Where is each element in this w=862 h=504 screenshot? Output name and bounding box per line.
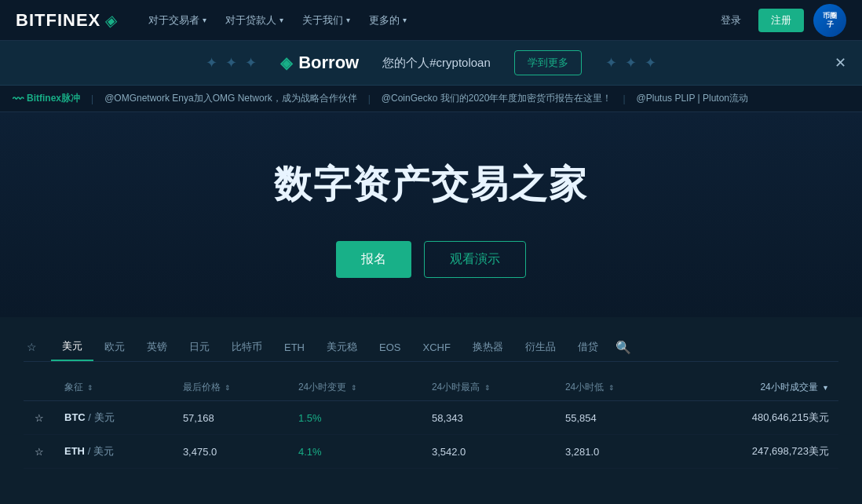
plus-icon: ✦ — [245, 54, 257, 71]
market-tabs: ☆ 美元 欧元 英镑 日元 比特币 ETH 美元稳 EOS XCHF 换热器 — [24, 333, 838, 362]
tab-derivatives[interactable]: 衍生品 — [514, 334, 567, 360]
col-symbol[interactable]: 象征 ⇕ — [55, 374, 173, 401]
row-volume-eth: 247,698,723美元 — [673, 435, 838, 469]
banner-decoration-left: ✦ ✦ ✦ — [206, 54, 257, 71]
chevron-down-icon: ▾ — [403, 16, 407, 24]
tab-eos[interactable]: EOS — [368, 335, 411, 360]
ticker-item-2: @Plutus PLIP | Pluton流动 — [637, 92, 748, 105]
watermark-text: 币圈子 — [820, 12, 840, 29]
pulse-wave-icon: 〰 — [13, 93, 24, 105]
tab-lending[interactable]: 借贷 — [567, 334, 609, 360]
ticker-pulse: 〰 Bitfinex脉冲 — [13, 92, 80, 105]
tab-btc[interactable]: 比特币 — [221, 334, 273, 360]
change-value: 4.1% — [298, 446, 322, 458]
tab-eth[interactable]: ETH — [273, 335, 316, 360]
col-high-label: 24小时最高 — [432, 382, 480, 393]
sort-icon: ▼ — [822, 384, 829, 392]
tab-eur[interactable]: 欧元 — [93, 334, 136, 360]
row-star-eth[interactable]: ☆ — [24, 435, 55, 469]
col-volume-label: 24小时成交量 — [760, 382, 817, 393]
col-change[interactable]: 24小时变更 ⇕ — [289, 374, 422, 401]
tab-favorites[interactable]: ☆ — [24, 334, 48, 360]
tab-btc-label: 比特币 — [232, 340, 262, 354]
col-price[interactable]: 最后价格 ⇕ — [173, 374, 289, 401]
star-icon: ☆ — [27, 341, 37, 353]
tab-gbp[interactable]: 英镑 — [136, 334, 178, 360]
slash: / — [88, 445, 91, 457]
market-section: ☆ 美元 欧元 英镑 日元 比特币 ETH 美元稳 EOS XCHF 换热器 — [0, 317, 862, 484]
borrow-label-group: ◈ Borrow — [280, 53, 359, 73]
nav-about-label: 关于我们 — [302, 13, 343, 27]
sort-icon: ⇕ — [484, 384, 491, 392]
tab-xchf[interactable]: XCHF — [411, 335, 461, 360]
row-low-eth: 3,281.0 — [556, 435, 673, 469]
row-symbol-btc[interactable]: BTC / 美元 — [55, 401, 173, 435]
tab-derivatives-label: 衍生品 — [525, 340, 556, 354]
col-price-label: 最后价格 — [183, 382, 221, 393]
tab-gbp-label: 英镑 — [147, 340, 167, 354]
tab-usd[interactable]: 美元 — [51, 333, 93, 361]
tab-usd-stable-label: 美元稳 — [327, 340, 357, 354]
plus-icon: ✦ — [645, 54, 656, 71]
plus-icon: ✦ — [225, 54, 237, 71]
col-change-label: 24小时变更 — [298, 382, 346, 393]
nav-item-about[interactable]: 关于我们 ▾ — [294, 9, 358, 32]
close-button[interactable]: ✕ — [835, 54, 846, 71]
chevron-down-icon: ▾ — [279, 16, 283, 24]
search-icon[interactable]: 🔍 — [615, 340, 631, 355]
row-symbol-eth[interactable]: ETH / 美元 — [55, 435, 173, 469]
sort-icon: ⇕ — [225, 384, 231, 392]
chevron-down-icon: ▾ — [203, 16, 206, 24]
col-low[interactable]: 24小时低 ⇕ — [556, 374, 673, 401]
learn-more-button[interactable]: 学到更多 — [514, 50, 582, 75]
tab-eur-label: 欧元 — [104, 340, 125, 354]
nav-lenders-label: 对于贷款人 — [225, 13, 276, 27]
logo[interactable]: BITFINEX ◈ — [16, 10, 117, 31]
hero-section: 数字资产交易之家 报名 观看演示 — [0, 112, 862, 317]
tab-eth-label: ETH — [284, 341, 305, 353]
row-price-eth: 3,475.0 — [173, 435, 289, 469]
col-high[interactable]: 24小时最高 ⇕ — [422, 374, 556, 401]
row-low-btc: 55,854 — [556, 401, 673, 435]
banner-tagline: 您的个人#cryptoloan — [382, 56, 491, 71]
col-star — [24, 374, 55, 401]
row-price-btc: 57,168 — [173, 401, 289, 435]
row-volume-btc: 480,646,215美元 — [673, 401, 838, 435]
tab-exchange[interactable]: 换热器 — [462, 334, 514, 360]
star-icon: ☆ — [35, 446, 44, 458]
nav-item-lenders[interactable]: 对于贷款人 ▾ — [217, 9, 291, 32]
watermark-badge: 币圈子 — [813, 4, 846, 37]
ticker-item-1: @CoinGecko 我们的2020年年度加密货币报告在这里！ — [382, 92, 612, 105]
market-table: 象征 ⇕ 最后价格 ⇕ 24小时变更 ⇕ 24小时最高 ⇕ 24小时低 ⇕ — [24, 374, 838, 469]
pulse-label: Bitfinex脉冲 — [27, 92, 80, 105]
sort-icon: ⇕ — [87, 384, 93, 392]
tab-lending-label: 借贷 — [578, 340, 598, 354]
tab-usd-stable[interactable]: 美元稳 — [316, 334, 368, 360]
demo-button[interactable]: 观看演示 — [424, 241, 526, 278]
symbol-label: ETH — [64, 445, 85, 457]
col-symbol-label: 象征 — [64, 382, 83, 393]
quote-label: 美元 — [93, 445, 114, 457]
login-button[interactable]: 登录 — [713, 9, 749, 32]
plus-icon: ✦ — [625, 54, 637, 71]
row-change-btc: 1.5% — [289, 401, 422, 435]
ticker-divider: | — [368, 93, 371, 104]
sort-icon: ⇕ — [351, 384, 357, 392]
tab-xchf-label: XCHF — [422, 341, 450, 353]
col-volume[interactable]: 24小时成交量 ▼ — [673, 374, 838, 401]
promo-banner: ✦ ✦ ✦ ◈ Borrow 您的个人#cryptoloan 学到更多 ✦ ✦ … — [0, 41, 862, 86]
nav-item-traders[interactable]: 对于交易者 ▾ — [141, 9, 214, 32]
ticker-item-0: @OMGnetwork Enya加入OMG Network，成为战略合作伙伴 — [104, 92, 357, 105]
ticker-divider: | — [623, 93, 625, 104]
signup-button[interactable]: 报名 — [336, 241, 411, 278]
row-star-btc[interactable]: ☆ — [24, 401, 55, 435]
col-low-label: 24小时低 — [565, 382, 604, 393]
slash: / — [88, 411, 91, 423]
tab-jpy[interactable]: 日元 — [178, 334, 221, 360]
chevron-down-icon: ▾ — [346, 16, 350, 24]
nav-item-more[interactable]: 更多的 ▾ — [361, 9, 415, 32]
tab-eos-label: EOS — [379, 341, 400, 353]
register-button[interactable]: 注册 — [758, 9, 804, 32]
borrow-label: Borrow — [298, 53, 359, 73]
plus-icon: ✦ — [605, 54, 617, 71]
